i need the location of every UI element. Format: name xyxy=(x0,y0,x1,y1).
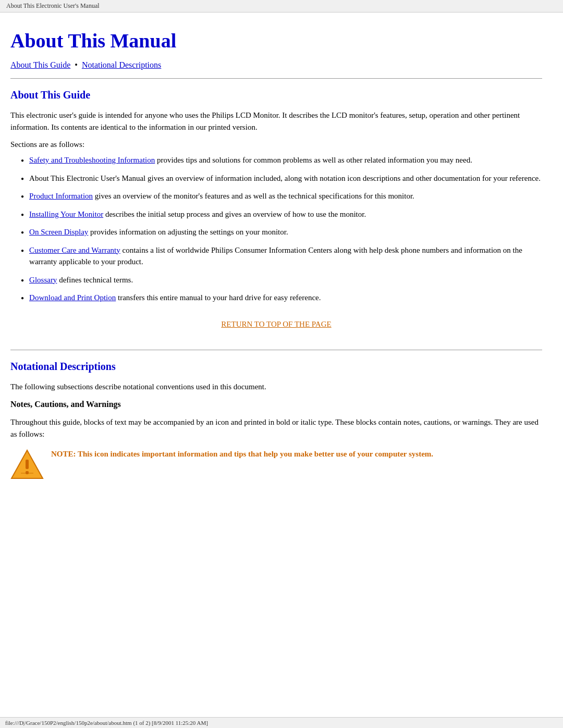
list-item-text-7: defines technical terms. xyxy=(59,276,133,284)
list-item: About This Electronic User's Manual give… xyxy=(21,172,542,184)
note-text: NOTE: This icon indicates important info… xyxy=(51,448,433,460)
nav-link-notational[interactable]: Notational Descriptions xyxy=(82,60,161,70)
notes-cautions-heading: Notes, Cautions, and Warnings xyxy=(10,400,542,409)
list-item-text-2: About This Electronic User's Manual give… xyxy=(29,172,541,184)
list-item-text-1: provides tips and solutions for common p… xyxy=(157,156,472,164)
notational-section: Notational Descriptions The following su… xyxy=(10,361,542,482)
about-guide-intro: This electronic user's guide is intended… xyxy=(10,109,542,133)
download-print-link[interactable]: Download and Print Option xyxy=(29,293,116,302)
glossary-link[interactable]: Glossary xyxy=(29,276,57,284)
list-item-text-8: transfers this entire manual to your har… xyxy=(118,293,321,302)
list-item: Glossary defines technical terms. xyxy=(21,274,542,286)
svg-rect-1 xyxy=(26,460,29,469)
list-item: Download and Print Option transfers this… xyxy=(21,292,542,304)
list-item: Installing Your Monitor describes the in… xyxy=(21,208,542,220)
product-information-link[interactable]: Product Information xyxy=(29,192,93,200)
on-screen-display-link[interactable]: On Screen Display xyxy=(29,228,88,236)
return-to-top-container: RETURN TO TOP OF THE PAGE xyxy=(10,319,542,329)
about-guide-section: About This Guide This electronic user's … xyxy=(10,89,542,329)
page-content: About This Manual About This Guide • Not… xyxy=(0,13,563,513)
page-title: About This Manual xyxy=(10,29,542,52)
list-item: Safety and Troubleshooting Information p… xyxy=(21,154,542,166)
notational-body: Throughout this guide, blocks of text ma… xyxy=(10,416,542,440)
note-warning-icon xyxy=(10,448,44,482)
list-item: Customer Care and Warranty contains a li… xyxy=(21,244,542,268)
nav-separator: • xyxy=(75,60,78,70)
sections-list: Safety and Troubleshooting Information p… xyxy=(10,154,542,304)
installing-monitor-link[interactable]: Installing Your Monitor xyxy=(29,210,103,218)
status-bar-text: file:///D|/Grace/150P2/english/150p2e/ab… xyxy=(5,720,208,726)
list-item-text-5: provides information on adjusting the se… xyxy=(90,228,288,236)
list-item-text-3: gives an overview of the monitor's featu… xyxy=(95,192,414,200)
list-item: Product Information gives an overview of… xyxy=(21,190,542,202)
svg-rect-2 xyxy=(26,471,29,474)
about-guide-heading: About This Guide xyxy=(10,89,542,101)
safety-troubleshooting-link[interactable]: Safety and Troubleshooting Information xyxy=(29,156,155,164)
nav-links: About This Guide • Notational Descriptio… xyxy=(10,60,542,70)
status-bar: file:///D|/Grace/150P2/english/150p2e/ab… xyxy=(0,717,563,728)
list-item: On Screen Display provides information o… xyxy=(21,226,542,238)
note-box: NOTE: This icon indicates important info… xyxy=(10,448,542,482)
middle-divider xyxy=(10,350,542,350)
list-item-text-4: describes the initial setup process and … xyxy=(105,210,366,218)
notational-intro: The following subsections describe notat… xyxy=(10,381,542,393)
return-to-top-link[interactable]: RETURN TO TOP OF THE PAGE xyxy=(221,320,331,328)
sections-intro-label: Sections are as follows: xyxy=(10,140,542,149)
browser-title-text: About This Electronic User's Manual xyxy=(6,2,100,9)
customer-care-link[interactable]: Customer Care and Warranty xyxy=(29,246,120,254)
nav-link-about-guide[interactable]: About This Guide xyxy=(10,60,70,70)
browser-title-bar: About This Electronic User's Manual xyxy=(0,0,563,13)
notational-heading: Notational Descriptions xyxy=(10,361,542,373)
top-divider xyxy=(10,78,542,79)
